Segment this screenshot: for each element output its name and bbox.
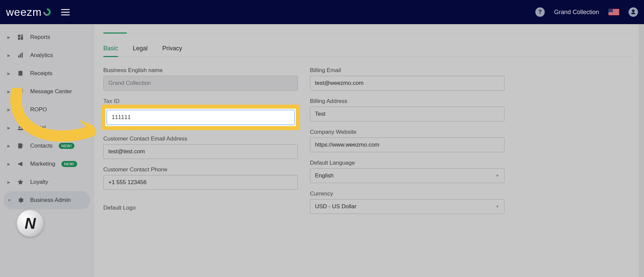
chevron-right-icon: ▶: [7, 90, 11, 94]
field-billing-email: Billing Email: [310, 67, 504, 91]
sidebar-item-contacts[interactable]: ▶ Contacts NEW!: [0, 137, 94, 155]
field-company-website: Company Website: [310, 129, 504, 152]
chevron-down-icon: ▼: [495, 204, 499, 209]
contact-email-input[interactable]: [103, 144, 298, 159]
svg-rect-5: [20, 54, 21, 58]
logo-ring-icon: [42, 7, 52, 17]
tab-basic[interactable]: Basic: [103, 43, 118, 57]
gear-icon: [17, 197, 24, 204]
tax-id-highlight: [101, 105, 300, 130]
menu-toggle-icon[interactable]: [61, 9, 70, 15]
sidebar-item-receipts[interactable]: ▶ Receipts: [0, 64, 94, 82]
chevron-right-icon: ▶: [7, 53, 11, 58]
billing-address-input[interactable]: [310, 107, 504, 121]
svg-rect-10: [22, 144, 23, 145]
label: Customer Contact Email Address: [103, 135, 298, 142]
sidebar-label: Loyalty: [30, 179, 48, 185]
sidebar-item-analytics[interactable]: ▶ Analytics: [0, 46, 94, 64]
field-tax-id: Tax ID: [103, 98, 298, 130]
currency-select[interactable]: USD - US Dollar ▼: [310, 199, 504, 214]
svg-rect-11: [22, 146, 23, 147]
logo-text: weezm: [6, 6, 42, 18]
scrollbar-track[interactable]: [639, 24, 644, 277]
sidebar-item-reports[interactable]: ▶ Reports: [0, 28, 94, 46]
new-badge: NEW!: [59, 143, 74, 149]
svg-point-7: [18, 126, 20, 128]
label: Billing Email: [310, 67, 504, 74]
body: N ▶ Reports ▶ Analytics ▶ Receipts ▶ Mes…: [0, 24, 644, 277]
select-value: USD - US Dollar: [315, 203, 357, 210]
chevron-right-icon: ▶: [7, 71, 11, 76]
sidebar-item-message-center[interactable]: ▶ Message Center: [0, 82, 94, 101]
billing-email-input[interactable]: [310, 76, 504, 91]
sidebar-label: Analytics: [30, 52, 53, 59]
field-business-name: Business English name: [103, 67, 298, 91]
n-badge-icon: N: [17, 210, 44, 237]
sidebar-item-social[interactable]: ▶ Social: [0, 119, 94, 137]
svg-rect-1: [21, 35, 23, 36]
sidebar-item-loyalty[interactable]: ▶ Loyalty: [0, 173, 94, 191]
message-icon: [17, 88, 24, 95]
chevron-down-icon: ▼: [495, 173, 499, 178]
contacts-icon: [17, 142, 24, 150]
svg-rect-6: [21, 53, 22, 58]
svg-rect-9: [18, 144, 22, 149]
flag-us-icon[interactable]: [608, 9, 619, 15]
default-language-select[interactable]: English ▼: [310, 168, 504, 183]
section-tabline: [103, 24, 635, 34]
svg-rect-0: [18, 35, 20, 37]
field-contact-phone: Customer Contact Phone: [103, 166, 298, 190]
sidebar-item-ropo[interactable]: ▶ ROPO: [0, 101, 94, 119]
contact-phone-input[interactable]: [103, 175, 298, 190]
field-default-language: Default Language English ▼: [310, 160, 504, 183]
user-avatar-icon[interactable]: [629, 7, 638, 17]
help-icon[interactable]: ?: [535, 7, 545, 17]
chevron-right-icon: ▶: [7, 180, 11, 184]
label: Business English name: [103, 67, 298, 74]
svg-rect-4: [18, 55, 19, 58]
label: Company Website: [310, 129, 504, 135]
chevron-right-icon: ▶: [7, 35, 11, 40]
sidebar-label: Marketing: [30, 161, 55, 167]
main: Basic Legal Privacy Business English nam…: [94, 24, 644, 277]
field-default-logo: Default Logo: [103, 205, 298, 211]
reports-icon: [17, 34, 24, 41]
tab-privacy[interactable]: Privacy: [162, 43, 182, 57]
sidebar-item-marketing[interactable]: ▶ Marketing NEW!: [0, 155, 94, 173]
label: Billing Address: [310, 98, 504, 105]
chevron-down-icon: ▼: [7, 198, 11, 202]
field-billing-address: Billing Address: [310, 98, 504, 121]
label: Currency: [310, 190, 504, 197]
topbar-right: ? Grand Collection: [535, 7, 638, 17]
label: Default Language: [310, 160, 504, 166]
form: Business English name Tax ID Customer Co…: [103, 67, 635, 221]
receipts-icon: [17, 70, 24, 77]
svg-rect-3: [18, 38, 20, 40]
sidebar-label: Social: [30, 124, 46, 131]
sidebar-label: ROPO: [30, 106, 47, 113]
chevron-right-icon: ▶: [7, 162, 11, 166]
field-contact-email: Customer Contact Email Address: [103, 135, 298, 159]
tax-id-input[interactable]: [107, 110, 294, 125]
business-name-input[interactable]: [103, 76, 298, 91]
loyalty-icon: [17, 178, 24, 186]
select-value: English: [315, 172, 334, 179]
chevron-right-icon: ▶: [7, 144, 11, 148]
chevron-right-icon: ▶: [7, 108, 11, 112]
company-name[interactable]: Grand Collection: [554, 9, 599, 16]
label: Tax ID: [103, 98, 298, 105]
sidebar-item-business-admin[interactable]: ▼ Business Admin: [3, 191, 90, 209]
sidebar-label: Receipts: [30, 70, 52, 77]
tab-legal[interactable]: Legal: [133, 43, 148, 57]
sidebar-label: Message Center: [30, 88, 72, 95]
analytics-icon: [17, 52, 24, 59]
field-currency: Currency USD - US Dollar ▼: [310, 190, 504, 214]
social-icon: [17, 124, 24, 131]
new-badge: NEW!: [61, 161, 77, 167]
chevron-right-icon: ▶: [7, 126, 11, 130]
sidebar-label: Business Admin: [30, 197, 71, 204]
company-website-input[interactable]: [310, 137, 504, 152]
form-col-left: Business English name Tax ID Customer Co…: [103, 67, 298, 221]
logo[interactable]: weezm: [6, 6, 52, 18]
subtabs: Basic Legal Privacy: [103, 43, 635, 57]
